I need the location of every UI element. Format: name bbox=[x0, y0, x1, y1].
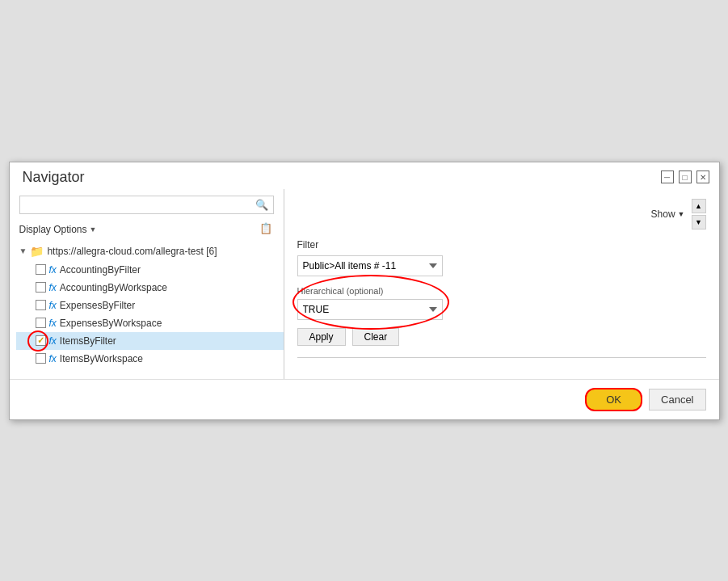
checkbox-2[interactable] bbox=[36, 300, 46, 310]
tree-item-2[interactable]: fx ExpensesByFilter bbox=[16, 297, 284, 314]
tree-item-wrapper-3: fx ExpensesByWorkspace bbox=[16, 314, 284, 332]
main-content: 🔍 Display Options ▼ 📋 ▼ 📁 https://allegr… bbox=[10, 189, 719, 379]
tree-root-label: https://allegra-cloud.com/allegra-test [… bbox=[47, 246, 217, 257]
tree-item-label-3: ExpensesByWorkspace bbox=[60, 318, 162, 329]
minimize-button[interactable]: ─ bbox=[661, 171, 674, 183]
filter-label: Filter bbox=[297, 239, 706, 251]
filter-select[interactable]: Public>All items # -11 bbox=[297, 255, 443, 276]
checkmark-4: ✓ bbox=[37, 335, 44, 346]
apply-button[interactable]: Apply bbox=[297, 328, 346, 346]
checkbox-0[interactable] bbox=[36, 264, 46, 275]
fx-icon-4: fx bbox=[49, 335, 57, 347]
show-label: Show bbox=[651, 208, 675, 220]
hierarchical-wrapper: TRUE FALSE bbox=[297, 299, 443, 320]
close-button[interactable]: ✕ bbox=[696, 171, 709, 183]
tree-item-label-4: ItemsByFilter bbox=[60, 335, 116, 347]
tree-item-wrapper-5: fx ItemsByWorkspace bbox=[16, 350, 284, 368]
tree-item-wrapper-1: fx AccountingByWorkspace bbox=[16, 279, 284, 297]
cancel-button[interactable]: Cancel bbox=[649, 389, 705, 410]
tree-root[interactable]: ▼ 📁 https://allegra-cloud.com/allegra-te… bbox=[16, 242, 284, 261]
tree-item-0[interactable]: fx AccountingByFilter bbox=[16, 261, 284, 279]
tree-item-wrapper-4: ✓ fx ItemsByFilter bbox=[16, 332, 284, 350]
folder-icon: 📁 bbox=[30, 245, 44, 258]
display-options-button[interactable]: Display Options ▼ bbox=[19, 224, 97, 235]
tree-item-wrapper-2: fx ExpensesByFilter bbox=[16, 297, 284, 314]
refresh-icon[interactable]: 📋 bbox=[259, 222, 274, 237]
filter-dropdown-row: Public>All items # -11 bbox=[297, 255, 706, 276]
clear-button[interactable]: Clear bbox=[352, 328, 400, 346]
navigator-window: Navigator ─ □ ✕ 🔍 Display Options ▼ 📋 bbox=[9, 162, 720, 420]
tree-area: ▼ 📁 https://allegra-cloud.com/allegra-te… bbox=[10, 242, 284, 373]
checkbox-5[interactable] bbox=[36, 353, 46, 364]
scroll-up-button[interactable]: ▲ bbox=[692, 199, 706, 213]
search-bar: 🔍 bbox=[19, 196, 274, 214]
search-input[interactable] bbox=[25, 199, 255, 210]
tree-item-3[interactable]: fx ExpensesByWorkspace bbox=[16, 314, 284, 332]
filter-section: Filter Public>All items # -11 Hierarchic… bbox=[297, 239, 706, 346]
checkbox-4[interactable]: ✓ bbox=[36, 335, 46, 346]
window-title: Navigator bbox=[23, 169, 85, 186]
fx-icon-2: fx bbox=[49, 300, 57, 311]
checkbox-1[interactable] bbox=[36, 282, 46, 293]
right-panel: Show ▼ ▲ ▼ Filter Public>All items # -11… bbox=[284, 189, 719, 379]
hierarchical-select[interactable]: TRUE FALSE bbox=[297, 299, 443, 320]
fx-icon-1: fx bbox=[49, 282, 57, 293]
scrollbar-arrows: ▲ ▼ bbox=[692, 199, 706, 229]
chevron-down-icon: ▼ bbox=[90, 225, 97, 234]
tree-item-label-2: ExpensesByFilter bbox=[60, 300, 135, 311]
fx-icon-0: fx bbox=[49, 264, 57, 276]
show-row: Show ▼ ▲ ▼ bbox=[297, 199, 706, 229]
fx-icon-5: fx bbox=[49, 353, 57, 364]
ok-button[interactable]: OK bbox=[585, 388, 642, 411]
tree-item-label-5: ItemsByWorkspace bbox=[60, 353, 143, 364]
search-icon: 🔍 bbox=[255, 199, 268, 211]
display-options-row: Display Options ▼ 📋 bbox=[10, 221, 284, 242]
window-controls: ─ □ ✕ bbox=[661, 171, 709, 183]
restore-button[interactable]: □ bbox=[679, 171, 692, 183]
checkbox-3[interactable] bbox=[36, 318, 46, 328]
title-bar: Navigator ─ □ ✕ bbox=[10, 162, 719, 189]
tree-item-1[interactable]: fx AccountingByWorkspace bbox=[16, 279, 284, 297]
left-panel: 🔍 Display Options ▼ 📋 ▼ 📁 https://allegr… bbox=[10, 189, 284, 379]
divider bbox=[297, 357, 706, 358]
tree-item-label-0: AccountingByFilter bbox=[60, 264, 141, 276]
show-button[interactable]: Show ▼ bbox=[651, 208, 685, 220]
tree-item-label-1: AccountingByWorkspace bbox=[60, 282, 167, 293]
footer: OK Cancel bbox=[10, 379, 719, 419]
filter-button-row: Apply Clear bbox=[297, 328, 706, 346]
fx-icon-3: fx bbox=[49, 318, 57, 329]
tree-item-4[interactable]: ✓ fx ItemsByFilter bbox=[16, 332, 284, 350]
tree-item-5[interactable]: fx ItemsByWorkspace bbox=[16, 350, 284, 368]
display-options-label: Display Options bbox=[19, 224, 87, 235]
scroll-down-button[interactable]: ▼ bbox=[692, 215, 706, 229]
tree-item-wrapper-0: fx AccountingByFilter bbox=[16, 261, 284, 279]
show-chevron-icon: ▼ bbox=[678, 210, 685, 218]
hierarchical-label: Hierarchical (optional) bbox=[297, 286, 706, 296]
